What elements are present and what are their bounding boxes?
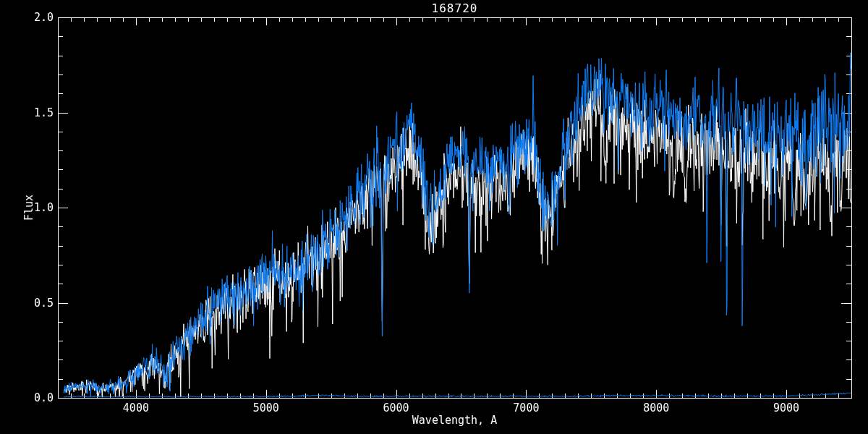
y-tick-label: 1.0 bbox=[0, 201, 54, 214]
x-tick-label: 7000 bbox=[503, 401, 549, 414]
y-tick-label: 0.0 bbox=[0, 391, 54, 404]
spectrum-canvas bbox=[0, 0, 868, 434]
x-tick-label: 4000 bbox=[113, 401, 159, 414]
x-tick-label: 5000 bbox=[243, 401, 289, 414]
x-axis-label: Wavelength, A bbox=[58, 414, 851, 427]
y-tick-label: 2.0 bbox=[0, 11, 54, 24]
x-tick-label: 8000 bbox=[633, 401, 679, 414]
x-tick-label: 6000 bbox=[373, 401, 420, 414]
y-tick-label: 0.5 bbox=[0, 297, 54, 310]
spectrum-figure: 168720 Wavelength, A Flux 40005000600070… bbox=[0, 0, 868, 434]
plot-title: 168720 bbox=[58, 1, 851, 15]
x-tick-label: 9000 bbox=[763, 401, 809, 414]
y-tick-label: 1.5 bbox=[0, 106, 54, 119]
